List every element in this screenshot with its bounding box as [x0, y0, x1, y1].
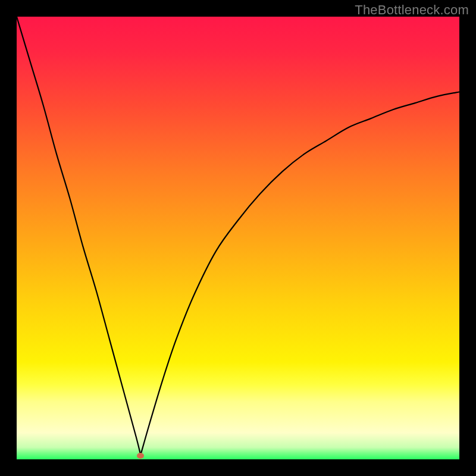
- plot-area: [17, 17, 459, 459]
- bottleneck-curve: [17, 17, 459, 459]
- chart-frame: TheBottleneck.com: [0, 0, 476, 476]
- watermark-label: TheBottleneck.com: [355, 2, 469, 18]
- minimum-marker: [137, 453, 144, 459]
